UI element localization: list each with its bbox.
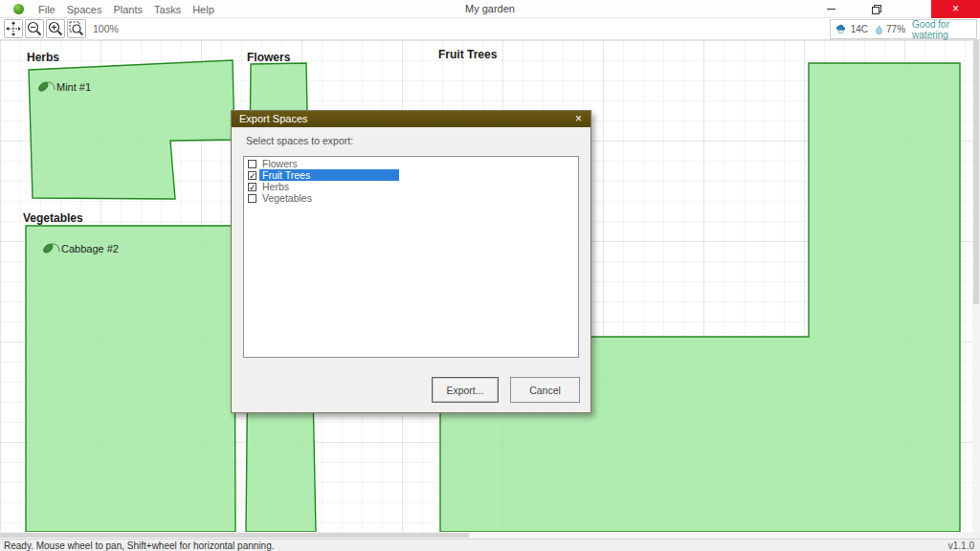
listbox-row-herbs[interactable]: ✓ Herbs bbox=[244, 181, 578, 192]
listbox-label-herbs: Herbs bbox=[259, 181, 292, 192]
zoom-out-icon bbox=[27, 21, 42, 36]
close-icon: × bbox=[952, 0, 959, 18]
space-label-herbs: Herbs bbox=[27, 51, 59, 64]
minimize-icon bbox=[827, 9, 835, 10]
vertical-scrollbar[interactable] bbox=[972, 40, 980, 532]
listbox-label-flowers: Flowers bbox=[259, 158, 301, 169]
app-version: v1.1.0 bbox=[948, 540, 974, 551]
minimize-button[interactable] bbox=[812, 0, 850, 18]
dialog-close-button[interactable]: × bbox=[572, 111, 585, 127]
checkbox-herbs[interactable]: ✓ bbox=[248, 183, 256, 191]
space-label-fruit-trees: Fruit Trees bbox=[438, 48, 498, 61]
plant-label-cabbage: Cabbage #2 bbox=[61, 243, 119, 254]
rain-cloud-icon bbox=[835, 23, 847, 35]
temperature-value: 14C bbox=[851, 24, 868, 34]
dialog-prompt: Select spaces to export: bbox=[246, 135, 353, 146]
check-glyph: ✓ bbox=[249, 183, 256, 192]
zoom-fit-button[interactable] bbox=[67, 19, 86, 38]
horizontal-scrollbar[interactable] bbox=[0, 532, 972, 539]
humidity-value: 77% bbox=[886, 24, 905, 34]
check-glyph: ✓ bbox=[249, 171, 256, 181]
statusbar: Ready. Mouse wheel to pan, Shift+wheel f… bbox=[0, 539, 980, 551]
zoom-fit-icon bbox=[69, 21, 84, 36]
app-window: { "titlebar": { "title": "My garden", "m… bbox=[0, 0, 980, 551]
plant-label-mint: Mint #1 bbox=[56, 81, 91, 93]
close-button[interactable]: × bbox=[931, 0, 980, 18]
dialog-title: Export Spaces bbox=[239, 113, 308, 124]
status-message: Ready. Mouse wheel to pan, Shift+wheel f… bbox=[4, 540, 275, 551]
droplet-icon bbox=[876, 24, 882, 35]
restore-button[interactable] bbox=[858, 0, 896, 18]
zoom-in-icon bbox=[48, 21, 63, 36]
toolbar: 100% 14C 77% Good for watering bbox=[0, 18, 980, 40]
listbox-row-fruit-trees[interactable]: ✓ Fruit Trees bbox=[244, 169, 578, 181]
listbox-row-flowers[interactable]: Flowers bbox=[244, 158, 578, 169]
export-button-label: Export... bbox=[446, 385, 483, 396]
pan-icon bbox=[6, 21, 21, 36]
export-spaces-dialog: Export Spaces × Select spaces to export:… bbox=[231, 110, 591, 413]
vertical-scrollbar-thumb[interactable] bbox=[973, 40, 979, 304]
scrollbar-corner bbox=[972, 532, 980, 539]
zoom-out-button[interactable] bbox=[25, 19, 44, 38]
cancel-button-label: Cancel bbox=[529, 385, 561, 396]
checkbox-vegetables[interactable] bbox=[248, 194, 256, 203]
cancel-button[interactable]: Cancel bbox=[510, 377, 580, 403]
listbox-label-vegetables: Vegetables bbox=[259, 192, 315, 204]
watering-advice: Good for watering bbox=[912, 19, 971, 40]
dialog-close-icon: × bbox=[575, 112, 582, 125]
listbox-row-vegetables[interactable]: Vegetables bbox=[244, 192, 578, 204]
horizontal-scrollbar-thumb[interactable] bbox=[0, 533, 469, 538]
restore-icon bbox=[872, 5, 881, 14]
zoom-level: 100% bbox=[93, 19, 119, 38]
pan-button[interactable] bbox=[4, 19, 23, 38]
space-label-vegetables: Vegetables bbox=[23, 211, 83, 225]
titlebar: File Spaces Plants Tasks Help My garden … bbox=[0, 0, 980, 18]
space-label-flowers: Flowers bbox=[247, 51, 291, 64]
dialog-titlebar[interactable]: Export Spaces × bbox=[232, 111, 590, 127]
checkbox-flowers[interactable] bbox=[248, 160, 256, 168]
space-shape-vegetables[interactable] bbox=[26, 226, 235, 532]
zoom-in-button[interactable] bbox=[46, 19, 65, 38]
checkbox-fruit-trees[interactable]: ✓ bbox=[248, 171, 256, 180]
listbox-label-fruit-trees: Fruit Trees bbox=[259, 169, 399, 181]
weather-widget: 14C 77% Good for watering bbox=[830, 19, 977, 39]
export-button[interactable]: Export... bbox=[432, 377, 499, 403]
spaces-listbox[interactable]: Flowers ✓ Fruit Trees ✓ Herbs Vegetables bbox=[243, 156, 579, 358]
